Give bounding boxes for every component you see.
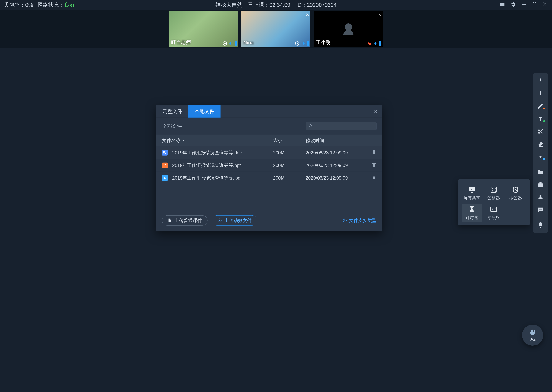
file-table-body: W2019年工作汇报情况查询等等.doc 200M 2020/06/23 12:…	[156, 147, 382, 184]
file-size: 200M	[273, 150, 306, 155]
svg-text:✓: ✓	[494, 187, 496, 190]
mic-on-icon	[301, 41, 305, 46]
move-tool[interactable]	[533, 87, 548, 100]
sort-arrow-icon	[182, 140, 185, 141]
pen-tool[interactable]	[533, 100, 548, 112]
dialog-close-icon[interactable]: ×	[369, 108, 382, 114]
file-name: 2019年工作汇报情况查询等等.ppt	[172, 162, 241, 168]
blackboard-icon: 2+3	[490, 205, 498, 213]
text-tool[interactable]	[533, 112, 548, 125]
column-name[interactable]: 文件名称	[162, 137, 273, 144]
column-size[interactable]: 大小	[273, 137, 306, 144]
play-circle-icon	[217, 218, 222, 223]
alarm-clock-icon	[512, 186, 520, 194]
tab-cloud-files[interactable]: 云盘文件	[156, 105, 189, 118]
elapsed-value: 02:34:09	[269, 2, 290, 8]
table-row[interactable]: P2019年工作汇报情况查询等等.ppt 200M 2020/06/23 12:…	[156, 159, 382, 172]
svg-text:✗: ✗	[494, 190, 496, 192]
id-value: 2020070324	[307, 2, 337, 8]
raise-hand-button[interactable]: 0/2	[522, 325, 543, 346]
video-tile[interactable]: × Nina	[241, 11, 311, 47]
file-icon	[167, 218, 172, 223]
fullscreen-icon[interactable]	[532, 1, 537, 9]
video-tile[interactable]: × 王小明	[314, 11, 383, 47]
file-size: 200M	[273, 162, 306, 168]
search-input[interactable]	[306, 122, 377, 130]
search-field[interactable]	[313, 123, 374, 129]
delete-file-button[interactable]	[372, 163, 377, 168]
info-icon	[342, 218, 347, 223]
mini-blackboard-tool[interactable]: 2+3 小黑板	[483, 204, 504, 222]
users-tool[interactable]	[533, 191, 548, 203]
laser-pointer-tool[interactable]	[533, 75, 548, 87]
search-icon	[309, 124, 313, 128]
packet-loss-label: 丢包率：	[4, 2, 25, 8]
scissors-tool[interactable]	[533, 125, 548, 138]
tools-popover: 屏幕共享 A✓B✗ 答题器 抢答器 计时器 2+3 小黑板	[458, 179, 530, 225]
svg-text:2+3: 2+3	[492, 208, 496, 211]
svg-rect-0	[522, 4, 526, 5]
upload-animated-button[interactable]: 上传动效文件	[212, 215, 257, 226]
delete-file-button[interactable]	[372, 175, 377, 181]
file-table-header: 文件名称 大小 修改时间	[156, 134, 382, 147]
file-dialog: 云盘文件 本地文件 × 全部文件 文件名称 大小 修改时间 W2019年工作汇报…	[156, 105, 382, 231]
chat-tool[interactable]	[533, 203, 548, 216]
doc-file-icon: W	[162, 150, 168, 155]
class-title: 神秘大自然	[215, 1, 242, 9]
table-row[interactable]: W2019年工作汇报情况查询等等.doc 200M 2020/06/23 12:…	[156, 147, 382, 159]
color-indicator-dot	[543, 108, 545, 110]
minimize-icon[interactable]	[521, 1, 527, 9]
participant-name: 王小明	[316, 39, 331, 46]
participant-name: 叮当老师	[171, 39, 191, 46]
svg-point-6	[539, 156, 541, 158]
svg-point-9	[540, 209, 541, 210]
mic-on-icon	[228, 41, 233, 46]
network-label: 网络状态：	[37, 2, 64, 8]
bell-tool[interactable]	[533, 219, 548, 231]
color-indicator-dot	[543, 158, 545, 160]
elapsed-label: 已上课：	[248, 2, 269, 8]
table-row[interactable]: ▲2019年工作汇报情况查询等等.jpg 200M 2020/06/23 12:…	[156, 172, 382, 184]
packet-loss-value: 0%	[25, 2, 33, 8]
svg-point-10	[541, 209, 542, 210]
id-label: ID：	[296, 2, 307, 8]
column-modified[interactable]: 修改时间	[306, 137, 363, 144]
file-modified: 2020/06/23 12:09:09	[306, 175, 363, 181]
file-modified: 2020/06/23 12:09:09	[306, 150, 363, 155]
color-picker-tool[interactable]	[533, 150, 548, 163]
svg-text:B: B	[492, 190, 493, 192]
screen-share-icon	[468, 186, 476, 194]
ppt-file-icon: P	[162, 162, 168, 168]
eraser-tool[interactable]	[533, 138, 548, 150]
file-modified: 2020/06/23 12:09:09	[306, 162, 363, 168]
toolbox-tool[interactable]	[533, 178, 548, 191]
mic-on-icon	[373, 41, 378, 46]
folder-tool[interactable]	[533, 166, 548, 178]
svg-rect-12	[471, 192, 473, 193]
supported-types-link[interactable]: 文件支持类型	[342, 217, 377, 224]
file-dialog-tabs: 云盘文件 本地文件 ×	[156, 105, 382, 118]
top-bar: 丢包率：0% 网络状态：良好 神秘大自然 已上课：02:34:09 ID：202…	[0, 0, 552, 10]
video-tile[interactable]: 叮当老师	[169, 11, 238, 47]
tile-close-icon[interactable]: ×	[306, 12, 309, 18]
close-window-icon[interactable]	[542, 1, 548, 9]
color-indicator-dot	[543, 120, 545, 122]
quiz-buzzer-tool[interactable]: 抢答器	[505, 184, 526, 203]
settings-icon[interactable]	[510, 1, 516, 9]
camera-toggle-icon[interactable]	[500, 1, 505, 9]
record-indicator-icon	[295, 41, 299, 46]
audio-level-icon	[235, 41, 237, 46]
video-row: 叮当老师 × Nina × 王小明	[0, 10, 552, 48]
svg-rect-4	[345, 220, 345, 221]
participant-name: Nina	[243, 40, 254, 46]
answer-card-tool[interactable]: A✓B✗ 答题器	[483, 184, 504, 203]
network-value: 良好	[64, 2, 75, 8]
upload-plain-button[interactable]: 上传普通课件	[162, 215, 208, 226]
all-files-label: 全部文件	[162, 123, 182, 129]
tab-local-files[interactable]: 本地文件	[189, 105, 221, 118]
timer-tool[interactable]: 计时器	[462, 204, 482, 222]
screen-share-tool[interactable]: 屏幕共享	[462, 184, 482, 203]
mic-off-icon	[367, 41, 372, 46]
delete-file-button[interactable]	[372, 150, 377, 155]
svg-rect-5	[345, 219, 345, 220]
